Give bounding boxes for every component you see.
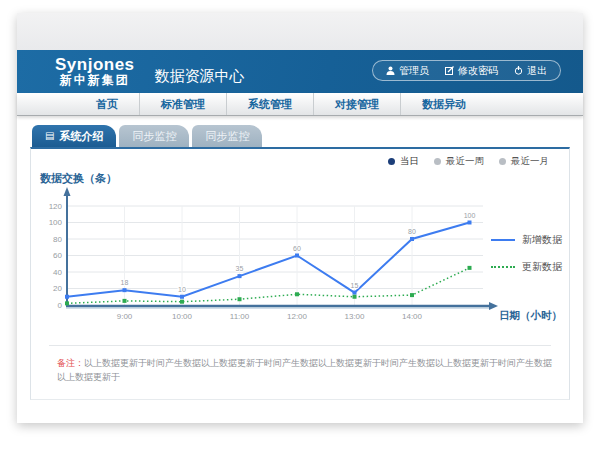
svg-text:80: 80 [53,235,62,244]
power-icon [514,66,523,75]
tab-system-intro[interactable]: ▤ 系统介绍 [32,125,116,147]
panel-divider [49,345,551,346]
filter-today[interactable]: 当日 [388,155,419,168]
nav-item-system-mgmt[interactable]: 系统管理 [227,93,314,115]
footnote-prefix: 备注： [57,358,84,368]
footnote: 备注：以上数据更新于时间产生数据以上数据更新于时间产生数据以上数据更新于时间产生… [57,357,555,384]
change-password-label: 修改密码 [458,64,498,78]
logo-subtext: 新中新集团 [55,74,135,87]
svg-text:9:00: 9:00 [117,312,133,321]
radio-dot-icon [499,158,506,165]
y-axis-title: 数据交换（条） [40,171,117,186]
window-top-strip [17,13,583,50]
app-header: Synjones 新中新集团 数据资源中心 管理员 修改密码 [17,50,583,93]
range-filters: 当日 最近一周 最近一月 [388,155,549,168]
content-area: ▤ 系统介绍 同步监控 同步监控 当日 最近一周 [17,116,583,422]
line-chart: 9:0010:0011:0012:0013:0014:0002040608010… [37,185,507,327]
svg-text:18: 18 [121,279,129,286]
svg-text:40: 40 [53,268,62,277]
page-title: 数据资源中心 [155,67,245,86]
filter-last-month-label: 最近一月 [511,155,549,168]
svg-text:11:00: 11:00 [230,312,250,321]
svg-text:12:00: 12:00 [287,312,308,321]
user-button[interactable]: 管理员 [386,64,429,78]
main-nav: 首页 标准管理 系统管理 对接管理 数据异动 [17,93,583,116]
app-window: Synjones 新中新集团 数据资源中心 管理员 修改密码 [17,13,583,423]
x-axis-title: 日期（小时） [499,309,562,323]
document-icon: ▤ [45,131,54,141]
svg-text:14:00: 14:00 [402,312,423,321]
svg-text:100: 100 [464,212,476,219]
tab-system-intro-label: 系统介绍 [59,125,103,147]
line-swatch-icon [491,266,515,268]
svg-text:100: 100 [49,218,63,227]
svg-text:10: 10 [178,286,186,293]
footnote-text: 以上数据更新于时间产生数据以上数据更新于时间产生数据以上数据更新于时间产生数据以… [57,358,552,382]
filter-today-label: 当日 [400,155,419,168]
legend-item-updated-data: 更新数据 [491,260,562,274]
user-icon [386,66,395,75]
chart-panel: 当日 最近一周 最近一月 数据交换（条） 9:0010:0011:0012:00… [30,147,570,400]
line-swatch-icon [491,239,515,241]
filter-last-week-label: 最近一周 [446,155,484,168]
nav-item-home[interactable]: 首页 [75,93,140,115]
change-password-button[interactable]: 修改密码 [445,64,498,78]
filter-last-week[interactable]: 最近一周 [434,155,484,168]
svg-text:15: 15 [351,282,359,289]
svg-text:13:00: 13:00 [344,312,365,321]
svg-text:60: 60 [293,245,301,252]
logo-text: Synjones [55,56,135,74]
tab-bar: ▤ 系统介绍 同步监控 同步监控 [32,125,262,147]
radio-dot-icon [388,158,395,165]
page: Synjones 新中新集团 数据资源中心 管理员 修改密码 [0,0,600,450]
chart-legend: 新增数据 更新数据 [491,233,562,287]
legend-item-new-data: 新增数据 [491,233,562,247]
nav-item-interface-mgmt[interactable]: 对接管理 [314,93,401,115]
svg-text:10:00: 10:00 [172,312,193,321]
svg-text:20: 20 [53,284,62,293]
tab-sync-monitor-2[interactable]: 同步监控 [192,125,262,147]
tab-sync-monitor-1[interactable]: 同步监控 [119,125,189,147]
logout-button[interactable]: 退出 [514,64,547,78]
svg-text:60: 60 [53,251,62,260]
nav-item-data-change[interactable]: 数据异动 [401,93,487,115]
header-user-actions: 管理员 修改密码 退出 [372,60,561,81]
svg-text:35: 35 [236,265,244,272]
svg-text:120: 120 [49,202,63,211]
svg-text:0: 0 [58,301,63,310]
user-button-label: 管理员 [399,64,429,78]
legend-label-new-data: 新增数据 [522,233,562,247]
legend-label-updated-data: 更新数据 [522,260,562,274]
radio-dot-icon [434,158,441,165]
logo: Synjones 新中新集团 [55,56,135,86]
filter-last-month[interactable]: 最近一月 [499,155,549,168]
nav-item-standard-mgmt[interactable]: 标准管理 [140,93,227,115]
svg-text:80: 80 [408,228,416,235]
logout-label: 退出 [527,64,547,78]
edit-icon [445,66,454,75]
